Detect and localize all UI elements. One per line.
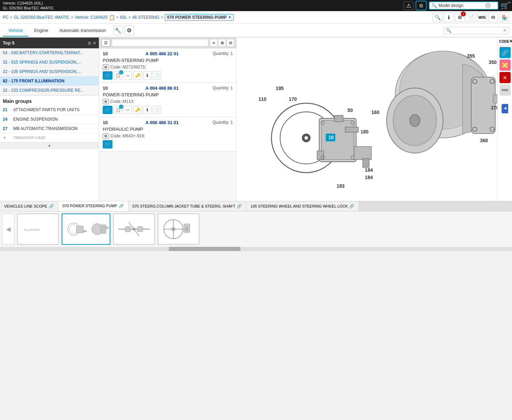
info-bc-button[interactable]: ℹ <box>444 13 454 22</box>
svg-rect-47 <box>101 225 106 234</box>
thumb-1[interactable]: No preview <box>17 213 59 245</box>
search-clear-button[interactable]: ✕ <box>485 3 491 8</box>
doc-bc-button[interactable]: 📄 <box>466 13 476 22</box>
cart-button[interactable]: 🛒+ <box>501 1 509 10</box>
top5-item-1[interactable]: 54 - 030 BATTERY,STARTER/ALTERNAT... <box>0 48 99 58</box>
parts-list: 10 A 005 466 22 01 Quantity: 1 POWER-STE… <box>99 48 236 201</box>
code-panel-svg-btn[interactable]: SVG <box>499 84 511 96</box>
tab-vehicle[interactable]: Vehicle <box>3 25 29 37</box>
part-badge-2: 1 <box>119 105 123 109</box>
breadcrumb-current[interactable]: 070 POWER STEERING PUMP ▼ <box>165 14 234 21</box>
top5-item-4[interactable]: 82 - 175 FRONT ILLUMINATION <box>0 76 99 86</box>
breadcrumb-63l[interactable]: 63L <box>120 15 127 20</box>
top5-item-2[interactable]: 32 - 015 SPRINGS AND SUSPENSION,... <box>0 58 99 67</box>
bottom-tab-105[interactable]: 105 STEERING WHEEL AND STEERING WHEEL LO… <box>246 201 359 211</box>
part-key-btn-1[interactable]: 🔑 <box>133 71 142 80</box>
model-search-input[interactable] <box>439 3 484 8</box>
main-group-item-27[interactable]: 27 MB AUTOMATIC TRANSMISSION <box>0 124 99 134</box>
zoom-bc-button[interactable]: 🔍 <box>433 13 442 22</box>
vehicle-line1: Vehicle: C164825 (63L) <box>3 1 54 6</box>
sidebar-scroll-indicator[interactable]: ▼ <box>0 142 99 149</box>
add-to-cart-btn-2[interactable]: 🛒 <box>103 106 112 114</box>
part-exchange-btn-1[interactable]: ↔ <box>124 71 132 80</box>
svg-rect-14 <box>363 159 369 168</box>
thumb-2[interactable] <box>62 213 110 245</box>
scrollbar-thumb[interactable] <box>169 247 241 251</box>
part-doc-btn-1[interactable]: 📋 1 <box>114 71 122 80</box>
breadcrumb-dropdown-arrow[interactable]: ▼ <box>228 15 231 19</box>
bottom-tab-icon-075[interactable]: 🔗 <box>237 204 242 209</box>
top5-label: Top 5 <box>3 40 15 46</box>
tab-automatic-transmission[interactable]: Automatic transmission <box>54 25 111 37</box>
tab-engine[interactable]: Engine <box>29 25 54 37</box>
add-to-cart-btn-1[interactable]: 🛒 <box>103 71 112 80</box>
part-file-btn-1[interactable]: 📄 <box>153 71 161 80</box>
part-info-btn-1[interactable]: ℹ <box>143 71 151 80</box>
main-group-item-29[interactable]: ▼ TRANSFER CASE <box>0 134 99 142</box>
vehicle-info: Vehicle: C164825 (63L) GL 320/350 BlueTE… <box>3 1 54 11</box>
filter-bc-button[interactable]: ⚙ 1 <box>455 13 465 22</box>
part-file-btn-2[interactable]: 📄 <box>153 106 161 114</box>
breadcrumb-pc[interactable]: PC <box>3 15 9 20</box>
part-code-text-3: Code: M642+-919; <box>110 134 145 138</box>
part-doc-btn-2[interactable]: 📋 1 <box>114 106 122 114</box>
breadcrumb-steering[interactable]: 46 STEERING <box>132 15 159 20</box>
main-groups-header: Main groups <box>0 96 99 105</box>
code-panel-link-btn[interactable]: 🔗 <box>499 47 511 58</box>
copy-button[interactable]: ⧉ <box>416 1 427 10</box>
detail-view-btn[interactable]: ⊟ <box>227 39 234 47</box>
tabs-search-clear[interactable]: ✕ <box>503 28 507 33</box>
part-code-3[interactable]: A 006 466 31 01 <box>145 120 179 125</box>
breadcrumb-vehicle[interactable]: Vehicle: C164825 <box>75 15 108 20</box>
breadcrumb-model[interactable]: GL 320/350 BlueTEC 4MATIC <box>14 15 70 20</box>
part-qty-1: Quantity: 1 <box>213 51 233 56</box>
parts-search-input[interactable] <box>112 39 208 47</box>
search-icon: 🔍 <box>432 3 437 8</box>
code-panel-x-btn[interactable]: ✕ <box>499 72 511 83</box>
part-code-1[interactable]: A 005 466 22 01 <box>145 51 179 56</box>
bottom-tab-075[interactable]: 075 STEERG.COLUMN JACKET TUBE & STEERG. … <box>128 201 246 211</box>
right-diagram: 355 350 370 360 <box>387 51 497 153</box>
alert-button[interactable]: ⚠ <box>404 1 413 10</box>
shop-bc-button[interactable]: 🏪 <box>499 13 509 22</box>
part-info-btn-2[interactable]: ℹ <box>143 106 151 114</box>
top5-collapse-btn[interactable]: ∧ <box>87 40 92 46</box>
code-panel-close-btn[interactable]: ✕ <box>509 39 512 44</box>
bottom-tab-icon-070[interactable]: 🔗 <box>119 203 124 208</box>
add-to-cart-btn-3[interactable]: 🛒 <box>103 140 112 148</box>
top5-item-5[interactable]: 32 - 233 COMPRESSOR,PRESSURE RE... <box>0 86 99 95</box>
part-key-btn-2[interactable]: 🔑 <box>133 106 142 114</box>
scroll-down-icon: ▼ <box>48 144 51 148</box>
main-group-item-21[interactable]: 21 ATTACHMENT PARTS FOR UNITS <box>0 105 99 115</box>
tabs-search-input[interactable] <box>453 28 502 33</box>
part-code-2[interactable]: A 004 466 86 01 <box>145 86 179 91</box>
list-view-btn[interactable]: ≡ <box>210 39 218 47</box>
thumb-nav-left[interactable]: ◀ <box>2 213 14 245</box>
code-panel-shuffle-btn[interactable]: 🔀 <box>499 59 511 71</box>
diagram-main[interactable]: 195 110 170 50 160 180 10 184 184 183 <box>237 38 497 201</box>
thumb-4[interactable] <box>158 213 199 245</box>
wis-bc-button[interactable]: WIS <box>477 13 487 22</box>
parts-toolbar-btn[interactable]: ☰ <box>101 39 110 47</box>
bottom-tab-vehicles-scope[interactable]: VEHICLES LINE SCOPE 🔗 <box>0 201 58 211</box>
bottom-tab-icon-vehicles[interactable]: 🔗 <box>49 204 54 209</box>
part-exchange-btn-2[interactable]: ↔ <box>124 106 132 114</box>
diagram-container: 195 110 170 50 160 180 10 184 184 183 <box>237 38 497 201</box>
mail-bc-button[interactable]: ✉ <box>488 13 498 22</box>
top5-shrink-btn[interactable]: « <box>93 40 96 46</box>
breadcrumb-vehicle-icon[interactable]: 📋 <box>109 15 115 20</box>
bottom-tab-070[interactable]: 070 POWER STEERING PUMP 🔗 <box>58 201 128 211</box>
horizontal-scrollbar[interactable] <box>0 247 512 251</box>
breadcrumb-sep4: > <box>128 15 131 20</box>
top5-item-3[interactable]: 32 - 105 SPRINGS AND SUSPENSION,... <box>0 67 99 76</box>
tab-wrench-icon[interactable]: 🔧 <box>113 25 123 35</box>
part-actions-1: 🛒 📋 1 ↔ 🔑 ℹ 📄 <box>103 71 233 80</box>
svg-text:180: 180 <box>361 129 369 135</box>
code-panel-vertical-tab[interactable]: ▶ <box>502 104 508 113</box>
tab-gear-icon[interactable]: ⚙ <box>124 25 134 35</box>
main-group-item-24[interactable]: 24 ENGINE SUSPENSION <box>0 115 99 124</box>
bottom-tab-icon-105[interactable]: 🔗 <box>349 204 354 209</box>
thumb-3[interactable] <box>113 213 155 245</box>
grid-view-btn[interactable]: ⊞ <box>218 39 226 47</box>
thumb-1-svg: No preview <box>21 217 55 241</box>
